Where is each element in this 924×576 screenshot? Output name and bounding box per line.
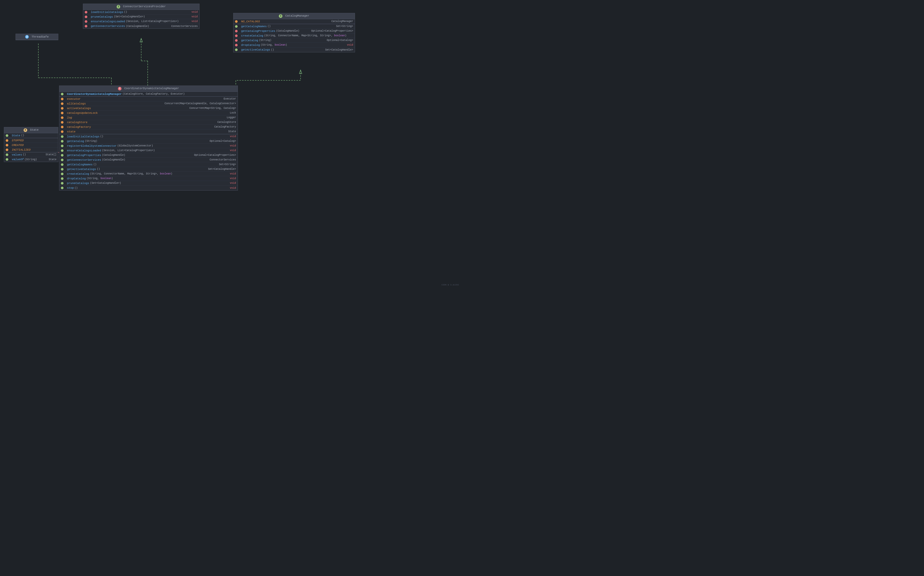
watermark: CSDN @ 3.dc2b5	[442, 283, 459, 286]
coord-method-dropCatalog: m dropCatalog (String, boolean) void	[59, 176, 238, 181]
cm-title: CatalogManager	[285, 14, 309, 18]
coord-field-log: f log Logger	[59, 115, 238, 120]
state-title: State	[30, 128, 38, 131]
coord-constructor: m CoordinatorDynamicCatalogManager (Cata…	[59, 92, 238, 96]
coord-field-catalogStore: f catalogStore CatalogStore	[59, 120, 238, 125]
csp-return-0: void	[192, 11, 198, 13]
coord-field-catalogFactory: f catalogFactory CatalogFactory	[59, 125, 238, 130]
coord-method-registerGSC: m registerGlobalSystemConnector (GlobalS…	[59, 144, 238, 148]
cm-row-0: f NO_CATALOGS CatalogManager	[233, 19, 355, 24]
state-header: E State	[4, 127, 58, 133]
csp-row-2: m ensureCatalogsLoaded (Session, List<Ca…	[83, 19, 199, 24]
coord-method-getCatalog: m getCatalog (String) Optional<Catalog>	[59, 139, 238, 144]
state-row-stopped: f STOPPED	[4, 138, 58, 143]
csp-return-1: void	[192, 15, 198, 18]
state-initialized: INITIALIZED	[12, 148, 30, 151]
csp-vis-3	[85, 25, 87, 27]
cm-vis-4	[235, 39, 238, 42]
csp-method-2: ensureCatalogsLoaded	[91, 20, 125, 23]
state-row-values: m values () State[]	[4, 152, 58, 157]
csp-row-3: m getConnectorServices (CatalogHandle) C…	[83, 24, 199, 29]
coord-title: CoordinatorDynamicCatalogManager	[124, 87, 179, 90]
csp-row-0: m loadInitialCatalogs () void	[83, 10, 199, 14]
cm-ret-6: Set<CatalogHandle>	[325, 48, 353, 51]
cm-method-6: getActiveCatalogs	[241, 48, 270, 51]
coord-method-getConnSvc: m getConnectorServices (CatalogHandle) C…	[59, 158, 238, 162]
csp-title: ConnectorServicesProvider	[123, 5, 166, 8]
state-stopped: STOPPED	[12, 139, 24, 142]
csp-vis-2	[85, 20, 87, 23]
cm-ret-2: Optional<CatalogProperties>	[311, 30, 353, 32]
cm-ret-0: CatalogManager	[331, 20, 353, 23]
catalog-manager-box: I CatalogManager f NO_CATALOGS CatalogMa…	[233, 13, 355, 52]
csp-method-3: getConnectorServices	[91, 25, 125, 28]
coordinator-box: C CoordinatorDynamicCatalogManager m Coo…	[59, 86, 238, 190]
coord-header: C CoordinatorDynamicCatalogManager	[59, 86, 238, 92]
coord-field-allCatalogs: f allCatalogs ConcurrentMap<CatalogHandl…	[59, 101, 238, 106]
csp-icon: I	[116, 5, 120, 8]
coord-field-lock: f catalogsUpdateLock Lock	[59, 111, 238, 115]
cm-row-3: m createCatalog (String, ConnectorName, …	[233, 34, 355, 38]
csp-header: I ConnectorServicesProvider	[83, 4, 199, 10]
cm-ret-4: Optional<Catalog>	[327, 39, 353, 42]
cm-vis-0	[235, 20, 238, 23]
coord-method-getCatalogNames: m getCatalogNames () Set<String>	[59, 162, 238, 167]
coord-ctor-name: CoordinatorDynamicCatalogManager	[67, 93, 121, 96]
cm-ret-1: Set<String>	[336, 25, 353, 28]
threadsafe-title: ThreadSafe	[32, 35, 49, 38]
cm-row-4: m getCatalog (String) Optional<Catalog>	[233, 38, 355, 43]
state-valueof: valueOf	[12, 158, 24, 161]
cm-ret-5: void	[347, 43, 353, 46]
state-constructor: State	[12, 134, 20, 137]
state-created: CREATED	[12, 144, 24, 147]
cm-row-5: m dropCatalog (String, boolean) void	[233, 43, 355, 48]
coord-field-state: f state State	[59, 130, 238, 134]
coord-method-getCatalogProps: m getCatalogProperties (CatalogHandle) O…	[59, 153, 238, 158]
cm-row-1: m getCatalogNames () Set<String>	[233, 24, 355, 29]
threadsafe-box: @ ThreadSafe	[16, 34, 58, 40]
svg-marker-10	[299, 70, 302, 74]
coord-icon: C	[118, 87, 121, 90]
cm-row-6: m getActiveCatalogs () Set<CatalogHandle…	[233, 48, 355, 52]
coord-method-loadInitialCatalogs: m loadInitialCatalogs () void	[59, 134, 238, 139]
state-row-0: m State ()	[4, 133, 58, 138]
threadsafe-icon: @	[25, 35, 29, 38]
csp-method-1: pruneCatalogs	[91, 15, 113, 18]
coord-method-stop: m stop () void	[59, 186, 238, 190]
coord-field-activeCatalogs: f activeCatalogs ConcurrentMap<String, C…	[59, 106, 238, 111]
state-values: values	[12, 153, 22, 156]
csp-return-3: ConnectorServices	[171, 25, 198, 28]
state-row-valueof: m valueOf (String) State	[4, 157, 58, 162]
state-row-initialized: f INITIALIZED	[4, 147, 58, 152]
coord-field-executor: f executor Executor	[59, 97, 238, 101]
csp-method-0: loadInitialCatalogs	[91, 11, 123, 14]
cm-method-4: getCatalog	[241, 39, 258, 42]
csp-return-2: void	[192, 20, 198, 23]
coord-method-getActiveCatalogs: m getActiveCatalogs () Set<CatalogHandle…	[59, 167, 238, 171]
cm-vis-3	[235, 35, 238, 37]
csp-vis-1	[85, 16, 87, 18]
cm-row-2: m getCatalogProperties (CatalogHandle) O…	[233, 29, 355, 34]
state-icon: E	[24, 128, 27, 132]
cm-header: I CatalogManager	[233, 13, 355, 19]
cm-vis-5	[235, 44, 238, 46]
cm-icon: I	[279, 14, 282, 18]
cm-field-0: NO_CATALOGS	[241, 20, 260, 23]
cm-vis-1	[235, 25, 238, 28]
connector-services-provider-box: I ConnectorServicesProvider m loadInitia…	[83, 4, 199, 29]
state-row-created: f CREATED	[4, 143, 58, 147]
svg-marker-6	[140, 38, 142, 42]
coord-method-ensureCatalogsLoaded: m ensureCatalogsLoaded (Session, List<Ca…	[59, 148, 238, 153]
cm-method-3: createCatalog	[241, 34, 263, 37]
cm-vis-6	[235, 48, 238, 51]
cm-method-1: getCatalogNames	[241, 25, 267, 28]
cm-vis-2	[235, 30, 238, 32]
csp-row-1: m pruneCatalogs (Set<CatalogHandle>) voi…	[83, 14, 199, 19]
coord-method-createCatalog: m createCatalog (String, ConnectorName, …	[59, 171, 238, 176]
state-box: E State m State () f STOPPED f CREATED	[4, 127, 58, 162]
csp-vis-0	[85, 11, 87, 13]
coord-method-pruneCatalogs: m pruneCatalogs (Set<CatalogHandle>) voi…	[59, 181, 238, 186]
cm-method-5: dropCatalog	[241, 43, 260, 46]
cm-method-2: getCatalogProperties	[241, 30, 275, 33]
threadsafe-header: @ ThreadSafe	[16, 34, 58, 40]
